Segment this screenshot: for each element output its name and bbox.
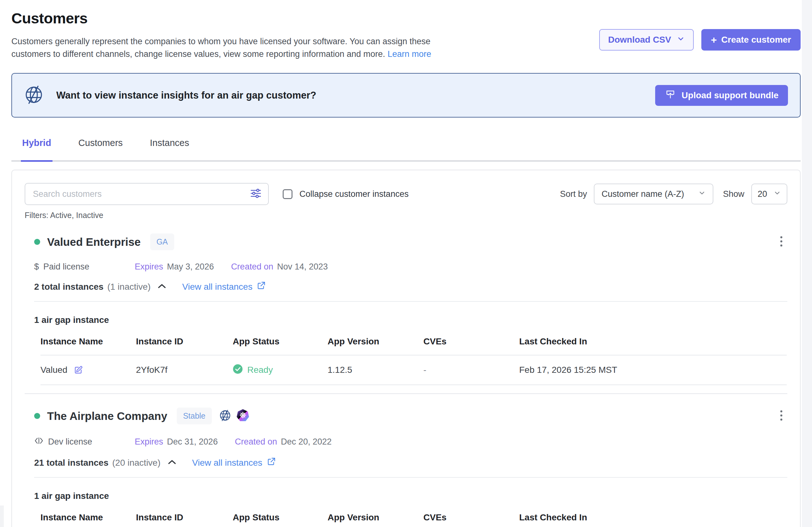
- airgap-globe-icon: [219, 409, 231, 423]
- active-status-dot: [34, 239, 40, 245]
- instance-name-cell: Valued: [41, 365, 136, 375]
- active-filters-summary: Filters: Active, Inactive: [25, 211, 787, 220]
- dollar-icon: $: [34, 262, 39, 272]
- col-cves: CVEs: [423, 512, 519, 523]
- col-app-status: App Status: [233, 336, 328, 347]
- license-type-label: Paid license: [43, 262, 89, 272]
- plus-icon: +: [711, 35, 717, 45]
- view-all-instances-label: View all instances: [192, 458, 262, 468]
- cves-cell: -: [423, 365, 519, 375]
- col-app-version: App Version: [328, 512, 423, 523]
- app-version-cell: 1.12.5: [328, 365, 423, 375]
- instances-table-header: Instance Name Instance ID App Status App…: [41, 336, 787, 356]
- vertical-scrollbar-track[interactable]: [802, 0, 812, 527]
- collapse-chevron-up-icon[interactable]: [156, 282, 168, 291]
- show-count-select[interactable]: 20: [751, 184, 787, 205]
- create-customer-button[interactable]: + Create customer: [701, 29, 801, 50]
- col-instance-name: Instance Name: [41, 512, 136, 523]
- download-csv-button[interactable]: Download CSV: [599, 29, 694, 50]
- install-type-icons: [219, 409, 249, 423]
- view-tabs: Hybrid Customers Instances: [11, 138, 801, 162]
- created-on-label: Created on: [231, 262, 274, 272]
- customer-header: The Airplane Company Stable: [34, 407, 787, 425]
- col-instance-id: Instance ID: [136, 336, 233, 347]
- dev-code-icon: [34, 436, 44, 448]
- app-status-label: Ready: [247, 365, 273, 375]
- tab-hybrid[interactable]: Hybrid: [21, 138, 53, 162]
- expires-label: Expires: [135, 262, 163, 272]
- customer-section-valued-enterprise: Valued Enterprise GA $ Paid license Expi…: [25, 232, 787, 385]
- filter-sliders-icon[interactable]: [250, 187, 262, 201]
- download-csv-label: Download CSV: [608, 35, 671, 45]
- view-all-instances-label: View all instances: [182, 282, 252, 292]
- external-link-icon: [257, 281, 266, 292]
- section-divider: [34, 477, 787, 478]
- airgap-instances-table: Instance Name Instance ID App Status App…: [41, 336, 787, 385]
- license-type: $ Paid license: [34, 262, 135, 272]
- page-title: Customers: [11, 10, 801, 27]
- sort-by-label: Sort by: [560, 189, 587, 199]
- active-status-dot: [34, 413, 40, 419]
- page-description-text: Customers generally represent the compan…: [11, 37, 430, 59]
- created-on-label: Created on: [235, 437, 277, 447]
- customer-kebab-menu-button[interactable]: [775, 232, 787, 251]
- col-cves: CVEs: [423, 336, 519, 347]
- bottom-left-scroll-strip: [0, 506, 4, 527]
- customer-name[interactable]: Valued Enterprise: [47, 236, 141, 249]
- collapse-instances-toggle[interactable]: Collapse customer instances: [283, 189, 408, 199]
- channel-badge: GA: [150, 234, 174, 250]
- search-input[interactable]: [33, 189, 250, 199]
- chevron-down-icon: [698, 189, 706, 199]
- header-actions: Download CSV + Create customer: [599, 29, 801, 50]
- instances-table-header: Instance Name Instance ID App Status App…: [41, 512, 787, 527]
- airgap-instances-table: Instance Name Instance ID App Status App…: [41, 512, 787, 527]
- sort-by-select[interactable]: Customer name (A-Z): [594, 184, 713, 205]
- created-on-date: Nov 14, 2023: [277, 262, 328, 272]
- instance-name: Valued: [41, 365, 67, 375]
- edit-instance-name-icon[interactable]: [73, 365, 84, 375]
- collapse-instances-checkbox[interactable]: [283, 189, 292, 199]
- collapse-chevron-up-icon[interactable]: [166, 458, 178, 468]
- page-header: Customers Customers generally represent …: [11, 10, 801, 60]
- upload-support-bundle-button[interactable]: Upload support bundle: [655, 85, 788, 106]
- total-instances-count: 21 total instances: [34, 458, 108, 468]
- customers-card: Collapse customer instances Sort by Cust…: [11, 170, 801, 527]
- col-app-status: App Status: [233, 512, 328, 523]
- learn-more-link[interactable]: Learn more: [388, 49, 431, 59]
- chevron-down-icon: [677, 35, 685, 45]
- instances-summary-row: 2 total instances (1 inactive) View all …: [34, 281, 787, 292]
- expires-label: Expires: [135, 437, 163, 447]
- col-last-checked-in: Last Checked In: [519, 512, 787, 523]
- show-count-value: 20: [758, 189, 767, 199]
- instance-table-row: Valued 2YfoK7f Ready: [41, 356, 787, 385]
- airgap-globe-icon: [24, 85, 44, 106]
- col-last-checked-in: Last Checked In: [519, 336, 787, 347]
- airgap-instance-count-heading: 1 air gap instance: [34, 315, 787, 325]
- tab-instances[interactable]: Instances: [149, 138, 190, 161]
- create-customer-label: Create customer: [721, 35, 791, 45]
- upload-support-bundle-label: Upload support bundle: [682, 90, 779, 101]
- inactive-instances-note: (20 inactive): [112, 458, 161, 468]
- last-checked-in-cell: Feb 17, 2026 15:25 MST: [519, 365, 787, 375]
- customer-kebab-menu-button[interactable]: [775, 407, 787, 425]
- expires-field: Expires May 3, 2026: [135, 262, 214, 272]
- customer-name[interactable]: The Airplane Company: [47, 410, 167, 422]
- view-all-instances-link[interactable]: View all instances: [182, 281, 266, 292]
- section-divider: [34, 301, 787, 302]
- col-app-version: App Version: [328, 336, 423, 347]
- instance-id-cell: 2YfoK7f: [136, 365, 233, 375]
- show-label: Show: [723, 189, 744, 199]
- search-box: [25, 183, 269, 205]
- customer-section-the-airplane-company: The Airplane Company Stable: [25, 407, 787, 527]
- airgap-insights-banner: Want to view instance insights for an ai…: [11, 73, 801, 118]
- col-instance-id: Instance ID: [136, 512, 233, 523]
- upload-icon: [665, 89, 676, 102]
- channel-badge: Stable: [177, 408, 212, 424]
- customer-meta-row: $ Paid license Expires May 3, 2026 Creat…: [34, 262, 787, 272]
- airgap-instance-count-heading: 1 air gap instance: [34, 491, 787, 501]
- external-link-icon: [267, 457, 276, 468]
- view-all-instances-link[interactable]: View all instances: [192, 457, 276, 468]
- tab-customers[interactable]: Customers: [77, 138, 124, 161]
- page-description: Customers generally represent the compan…: [11, 35, 464, 60]
- kubernetes-icon: [236, 409, 249, 423]
